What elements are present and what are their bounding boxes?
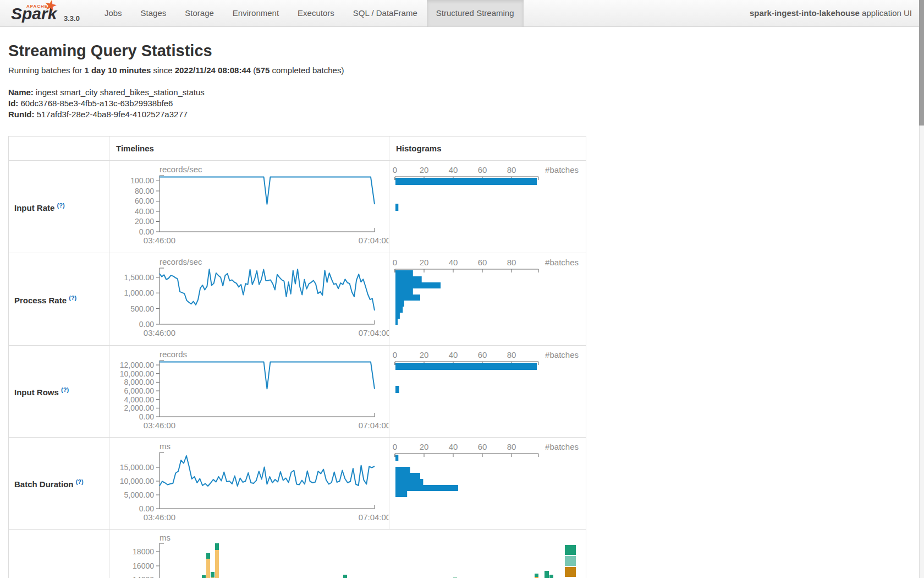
spark-logo: Spark APACHE ★ — [7, 0, 62, 27]
svg-text:18000: 18000 — [133, 547, 154, 556]
svg-text:07:04:00: 07:04:00 — [359, 512, 389, 522]
svg-text:60: 60 — [478, 165, 487, 175]
input-rate-timeline-chart: records/sec0.0020.0040.0060.0080.00100.0… — [109, 161, 389, 253]
process-rate-help-link[interactable]: (?) — [69, 295, 76, 301]
input-rows-histogram-cell: 020406080#batches — [389, 346, 586, 437]
start-time: 2022/11/24 08:08:44 — [175, 66, 251, 75]
svg-text:10,000.00: 10,000.00 — [120, 369, 154, 378]
input-rows-histogram-chart: 020406080#batches — [389, 346, 586, 438]
running-batches-line: Running batches for 1 day 10 minutes sin… — [8, 66, 344, 75]
input-rate-label: Input Rate (?) — [14, 201, 65, 212]
process-rate-histogram-cell: 020406080#batches — [389, 253, 586, 345]
input-rows-help-link[interactable]: (?) — [61, 386, 69, 393]
name-label: Name: — [8, 88, 34, 97]
svg-text:0: 0 — [393, 350, 397, 359]
application-suffix: application UI — [860, 8, 912, 18]
svg-text:07:04:00: 07:04:00 — [359, 421, 389, 430]
tab-environment[interactable]: Environment — [223, 0, 288, 27]
svg-text:500.00: 500.00 — [130, 304, 154, 313]
id-value: 60dc3768-85e3-4fb5-a13c-63b29938bfe6 — [18, 99, 173, 108]
svg-text:0: 0 — [393, 258, 397, 267]
svg-text:80: 80 — [507, 442, 516, 451]
runid-value: 517afd3f-28e2-4ba8-9fe4-4102527a3277 — [34, 110, 188, 119]
tab-executors[interactable]: Executors — [288, 0, 344, 27]
table-row-input-rate: Input Rate (?)records/sec0.0020.0040.006… — [9, 160, 586, 253]
svg-text:07:04:00: 07:04:00 — [359, 236, 389, 245]
input-rate-help-link[interactable]: (?) — [57, 202, 65, 209]
svg-text:records/sec: records/sec — [160, 257, 202, 266]
operation-duration-stacked-chart: ms180001600014000 — [109, 530, 586, 578]
batch-duration-timeline-chart: ms0.005,000.0010,000.0015,000.0003:46:00… — [109, 438, 389, 530]
table-row-batch-duration: Batch Duration (?)ms0.005,000.0010,000.0… — [9, 437, 586, 529]
svg-text:03:46:00: 03:46:00 — [144, 512, 175, 522]
svg-text:records: records — [160, 350, 187, 359]
svg-text:40: 40 — [449, 258, 458, 267]
operation-duration-chart-cell: ms180001600014000 — [109, 530, 586, 578]
tab-sql-dataframe[interactable]: SQL / DataFrame — [344, 0, 427, 27]
svg-text:ms: ms — [160, 533, 170, 542]
scrollbar-track[interactable] — [919, 0, 924, 578]
input-rows-timeline-cell: records0.002,000.004,000.006,000.008,000… — [109, 346, 389, 437]
running-duration: 1 day 10 minutes — [84, 66, 151, 75]
scrollbar-thumb[interactable] — [919, 0, 924, 126]
table-header-row: Timelines Histograms — [9, 137, 586, 160]
table-row-process-rate: Process Rate (?)records/sec0.00500.001,0… — [9, 253, 586, 345]
tab-stages[interactable]: Stages — [131, 0, 176, 27]
svg-text:4,000.00: 4,000.00 — [124, 395, 155, 404]
svg-text:80.00: 80.00 — [135, 187, 154, 195]
header-histograms-cell: Histograms — [389, 137, 586, 160]
process-rate-timeline-chart: records/sec0.00500.001,000.001,500.0003:… — [109, 253, 389, 346]
svg-text:2,000.00: 2,000.00 — [124, 403, 155, 412]
svg-text:03:46:00: 03:46:00 — [144, 236, 175, 245]
svg-text:60: 60 — [478, 442, 487, 451]
tab-storage[interactable]: Storage — [175, 0, 223, 27]
svg-text:#batches: #batches — [545, 442, 579, 451]
svg-text:0: 0 — [393, 165, 397, 175]
tab-structured-streaming[interactable]: Structured Streaming — [427, 0, 524, 27]
svg-text:16000: 16000 — [133, 561, 154, 570]
svg-text:0.00: 0.00 — [139, 227, 154, 236]
svg-text:0: 0 — [393, 442, 397, 451]
svg-text:5,000.00: 5,000.00 — [124, 490, 155, 499]
svg-text:14000: 14000 — [133, 575, 154, 578]
svg-text:40: 40 — [449, 165, 458, 175]
name-value: ingest smart_city shared_bikes_station_s… — [34, 88, 205, 97]
svg-text:20: 20 — [420, 442, 429, 451]
query-name-line: Name: ingest smart_city shared_bikes_sta… — [8, 87, 205, 98]
svg-text:60: 60 — [478, 258, 487, 267]
svg-text:20: 20 — [420, 165, 429, 175]
svg-text:#batches: #batches — [545, 165, 579, 175]
svg-text:10,000.00: 10,000.00 — [120, 477, 154, 486]
spark-version: 3.3.0 — [64, 14, 80, 23]
input-rows-label: Input Rows (?) — [14, 386, 69, 397]
batch-duration-help-link[interactable]: (?) — [76, 478, 84, 485]
operation-duration-label-cell — [9, 530, 109, 578]
svg-text:03:46:00: 03:46:00 — [144, 421, 175, 430]
timelines-header: Timelines — [109, 137, 389, 160]
svg-text:80: 80 — [507, 165, 516, 175]
svg-text:#batches: #batches — [545, 258, 579, 267]
input-rows-timeline-chart: records0.002,000.004,000.006,000.008,000… — [109, 346, 389, 438]
svg-text:60: 60 — [478, 350, 487, 359]
svg-text:100.00: 100.00 — [130, 176, 154, 185]
process-rate-label: Process Rate (?) — [14, 294, 76, 305]
batch-duration-timeline-cell: ms0.005,000.0010,000.0015,000.0003:46:00… — [109, 438, 389, 529]
batch-duration-histogram-cell: 020406080#batches — [389, 438, 586, 529]
svg-text:20.00: 20.00 — [135, 217, 154, 226]
statistics-table: Timelines Histograms Input Rate (?)recor… — [8, 136, 586, 578]
svg-text:#batches: #batches — [545, 350, 579, 359]
svg-text:07:04:00: 07:04:00 — [359, 328, 389, 337]
histograms-header: Histograms — [389, 137, 586, 160]
batch-count: 575 — [256, 66, 270, 75]
input-rows-label-cell: Input Rows (?) — [9, 346, 109, 437]
svg-text:20: 20 — [420, 350, 429, 359]
svg-text:0.00: 0.00 — [139, 320, 154, 329]
batch-duration-histogram-chart: 020406080#batches — [389, 438, 586, 530]
svg-text:40: 40 — [449, 350, 458, 359]
svg-text:6,000.00: 6,000.00 — [124, 386, 155, 395]
tab-jobs[interactable]: Jobs — [95, 0, 131, 27]
svg-text:80: 80 — [507, 350, 516, 359]
table-row-input-rows: Input Rows (?)records0.002,000.004,000.0… — [9, 345, 586, 437]
runid-label: RunId: — [8, 110, 34, 119]
batch-duration-label: Batch Duration (?) — [14, 478, 84, 489]
